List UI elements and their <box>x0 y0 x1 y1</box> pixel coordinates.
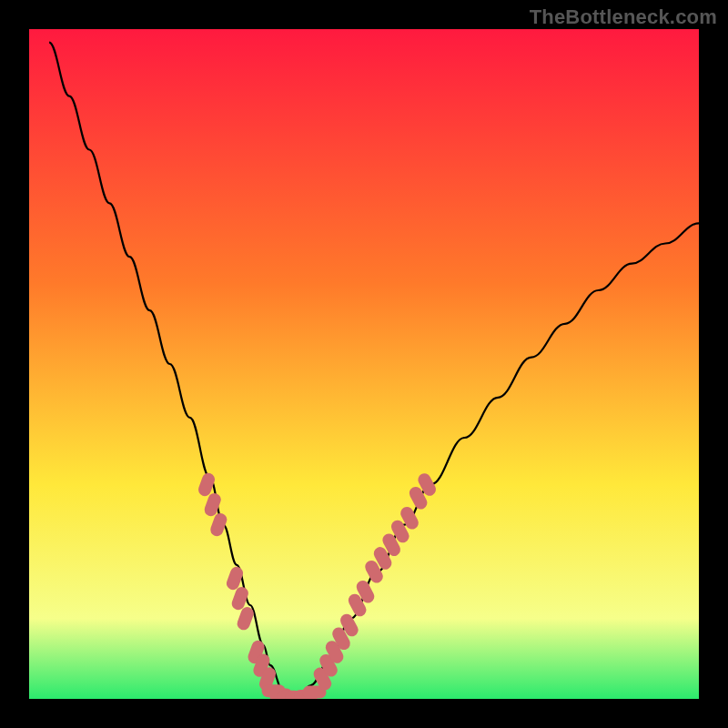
watermark-text: TheBottleneck.com <box>530 5 717 29</box>
plot-area <box>29 29 699 699</box>
chart-svg <box>29 29 699 699</box>
chart-frame: TheBottleneck.com <box>0 0 728 728</box>
